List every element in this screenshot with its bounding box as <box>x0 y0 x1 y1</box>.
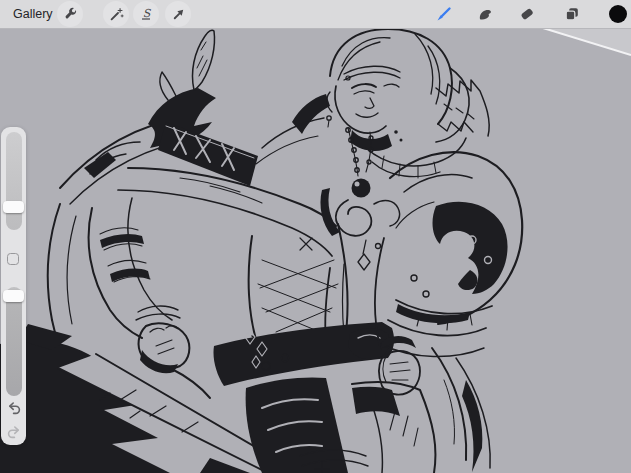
wrench-icon <box>63 7 78 22</box>
brush-size-handle[interactable] <box>3 201 24 213</box>
brush-sidebar <box>1 127 26 445</box>
svg-text:S: S <box>143 7 152 20</box>
procreate-app: { "toolbar": { "gallery_label": "Gallery… <box>0 0 631 473</box>
artwork-lineart <box>0 28 631 473</box>
pasteboard-corner <box>541 28 631 58</box>
top-toolbar: Gallery S <box>0 0 631 29</box>
actions-button[interactable] <box>57 1 83 27</box>
smudge-tool-button[interactable] <box>472 1 498 27</box>
layers-button[interactable] <box>559 1 585 27</box>
color-swatch-button[interactable] <box>609 5 627 23</box>
adjustments-button[interactable] <box>103 1 129 27</box>
paintbrush-icon <box>435 6 452 23</box>
modify-button[interactable] <box>7 253 19 265</box>
undo-arrow-icon <box>6 402 22 419</box>
transform-button[interactable] <box>165 1 191 27</box>
transform-arrow-icon <box>171 7 186 22</box>
undo-button[interactable] <box>6 400 22 416</box>
gallery-button[interactable]: Gallery <box>13 0 53 28</box>
eraser-icon <box>519 6 535 22</box>
brush-size-slider[interactable] <box>6 132 22 230</box>
drawing-canvas[interactable] <box>0 28 631 473</box>
opacity-handle[interactable] <box>3 290 24 302</box>
selection-button[interactable]: S <box>133 1 159 27</box>
redo-arrow-icon <box>6 426 22 443</box>
opacity-slider[interactable] <box>6 287 22 396</box>
redo-button[interactable] <box>6 424 22 440</box>
paint-tool-button[interactable] <box>430 1 456 27</box>
magic-wand-icon <box>109 7 124 22</box>
layers-icon <box>564 6 580 22</box>
smudge-finger-icon <box>477 6 493 22</box>
selection-s-icon: S <box>138 6 154 22</box>
erase-tool-button[interactable] <box>514 1 540 27</box>
